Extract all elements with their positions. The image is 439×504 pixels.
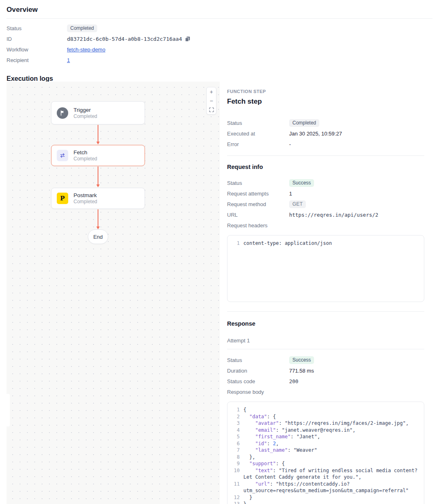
postmark-icon: P xyxy=(57,193,68,204)
divider xyxy=(227,155,424,156)
transaction-id: d83721dc-6c0b-57d4-a0b8-13cd2c716aa4 xyxy=(67,36,182,42)
status-label: Status xyxy=(7,25,67,31)
overview-section: Overview Status Completed ID d83721dc-6c… xyxy=(0,0,439,64)
request-headers-code: 1content-type: application/json xyxy=(227,235,424,302)
zoom-in-button[interactable]: + xyxy=(207,87,216,96)
workflow-label: Workflow xyxy=(7,47,67,53)
method-label: Request method xyxy=(227,201,289,207)
step-status-row: Status Completed xyxy=(227,119,424,127)
step-summary-rows: Status Completed Executed at Jan 30 2025… xyxy=(227,119,424,148)
workflow-canvas[interactable]: + − Trigger Completed Fetch xyxy=(7,82,220,504)
node-fetch[interactable]: Fetch Completed xyxy=(51,145,145,166)
node-status: Completed xyxy=(74,113,97,120)
method-badge: GET xyxy=(289,200,306,208)
duration-value: 771.58 ms xyxy=(289,368,314,374)
status-label: Status xyxy=(227,120,289,126)
canvas-zoom-controls: + − xyxy=(206,87,216,115)
divider xyxy=(227,349,424,349)
response-title: Response xyxy=(227,320,424,327)
executed-at-value: Jan 30 2025, 10:59:27 xyxy=(289,131,342,137)
node-text: Trigger Completed xyxy=(74,107,97,120)
recipient-label: Recipient xyxy=(7,57,67,63)
status-label: Status xyxy=(227,357,289,363)
duration-label: Duration xyxy=(227,368,289,374)
id-label: ID xyxy=(7,36,67,42)
node-status: Completed xyxy=(74,199,97,205)
response-status-row: Status Success xyxy=(227,356,424,364)
overview-recipient-row: Recipient 1 xyxy=(7,56,432,64)
status-badge: Completed xyxy=(67,24,97,32)
plus-icon: + xyxy=(209,89,213,95)
execution-detail-page: Overview Status Completed ID d83721dc-6c… xyxy=(0,0,439,504)
divider xyxy=(227,311,424,312)
request-status-row: Status Success xyxy=(227,179,424,187)
node-postmark[interactable]: P Postmark Completed xyxy=(51,188,145,209)
step-type-kicker: FUNCTION STEP xyxy=(227,89,424,94)
status-code-row: Status code 200 xyxy=(227,377,424,385)
request-info-title: Request info xyxy=(227,164,424,170)
response-body-row: Response body xyxy=(227,388,424,396)
overview-workflow-row: Workflow fetch-step-demo xyxy=(7,45,432,53)
status-code-value: 200 xyxy=(289,378,299,384)
response-rows: Status Success Duration 771.58 ms Status… xyxy=(227,356,424,396)
copy-icon xyxy=(185,36,190,42)
node-title: Postmark xyxy=(74,192,97,199)
divider xyxy=(7,18,432,19)
copy-id-button[interactable] xyxy=(185,36,190,42)
url-label: URL xyxy=(227,212,289,218)
status-label: Status xyxy=(227,180,289,186)
success-badge: Success xyxy=(289,356,314,364)
flag-icon xyxy=(57,107,68,119)
request-url-row: URL https://reqres.in/api/users/2 xyxy=(227,211,424,219)
overview-status-row: Status Completed xyxy=(7,24,432,32)
request-headers-label: Request headers xyxy=(227,222,289,229)
executed-at-row: Executed at Jan 30 2025, 10:59:27 xyxy=(227,129,424,138)
request-attempts-row: Request attempts 1 xyxy=(227,189,424,198)
end-node: End xyxy=(88,229,108,244)
node-status: Completed xyxy=(74,156,97,162)
error-row: Error - xyxy=(227,140,424,148)
node-title: Fetch xyxy=(74,149,97,156)
expand-icon xyxy=(209,107,214,112)
edge-fetch-postmark xyxy=(98,167,98,185)
node-text: Fetch Completed xyxy=(74,149,97,162)
attempts-label: Request attempts xyxy=(227,191,289,197)
minus-icon: − xyxy=(209,98,213,104)
request-info-rows: Status Success Request attempts 1 Reques… xyxy=(227,179,424,229)
request-method-row: Request method GET xyxy=(227,200,424,208)
recipient-link[interactable]: 1 xyxy=(67,57,70,63)
edge-trigger-fetch xyxy=(98,125,98,142)
step-detail-panel: FUNCTION STEP Fetch step Status Complete… xyxy=(227,82,424,504)
overview-id-row: ID d83721dc-6c0b-57d4-a0b8-13cd2c716aa4 xyxy=(7,35,432,43)
attempt-label: Attempt 1 xyxy=(227,337,424,344)
canvas-notch xyxy=(0,394,10,426)
overview-rows: Status Completed ID d83721dc-6c0b-57d4-a… xyxy=(7,24,432,64)
response-body-code: 1{2 "data": {3 "avatar": "https://reqres… xyxy=(227,402,424,504)
status-badge: Completed xyxy=(289,119,319,127)
node-trigger[interactable]: Trigger Completed xyxy=(51,101,145,124)
edge-postmark-end xyxy=(98,209,98,227)
url-value: https://reqres.in/api/users/2 xyxy=(289,212,378,218)
success-badge: Success xyxy=(289,179,314,187)
step-title: Fetch step xyxy=(227,98,424,106)
error-label: Error xyxy=(227,141,289,147)
fit-view-button[interactable] xyxy=(207,105,216,114)
error-value: - xyxy=(289,141,291,147)
node-text: Postmark Completed xyxy=(74,192,97,205)
executed-at-label: Executed at xyxy=(227,131,289,137)
attempts-value: 1 xyxy=(289,191,292,197)
workflow-link[interactable]: fetch-step-demo xyxy=(67,47,105,53)
status-code-label: Status code xyxy=(227,378,289,384)
node-title: Trigger xyxy=(74,107,97,113)
response-body-label: Response body xyxy=(227,389,289,395)
duration-row: Duration 771.58 ms xyxy=(227,366,424,375)
request-headers-row: Request headers xyxy=(227,221,424,229)
swap-arrows-icon xyxy=(57,150,68,161)
zoom-out-button[interactable]: − xyxy=(207,96,216,105)
page-title: Overview xyxy=(7,6,432,14)
